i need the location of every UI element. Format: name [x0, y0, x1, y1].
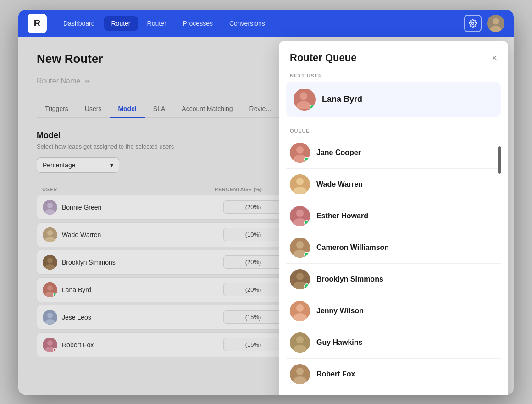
router-queue-modal: Router Queue × NEXT USER Lana Byrd QUEU [279, 41, 508, 395]
queue-user-name: Jane Cooper [316, 149, 361, 157]
svg-point-44 [296, 336, 304, 343]
user-avatar[interactable] [487, 15, 504, 32]
app-window: R Dashboard Router Router Processes Conv… [18, 10, 514, 395]
nav-conversions[interactable]: Conversions [222, 16, 272, 31]
queue-avatar [290, 206, 310, 226]
modal-title: Router Queue [290, 52, 356, 64]
nav-router-active[interactable]: Router [104, 16, 138, 31]
svg-point-29 [296, 178, 304, 185]
svg-point-26 [296, 146, 304, 154]
queue-avatar [290, 301, 310, 321]
nav-dashboard[interactable]: Dashboard [56, 16, 102, 31]
queue-item: Robert Fox [286, 359, 501, 390]
queue-avatar [290, 238, 310, 258]
modal-body: NEXT USER Lana Byrd QUEUE [279, 71, 508, 395]
next-user-card: Lana Byrd [286, 82, 501, 117]
modal-header: Router Queue × [279, 41, 508, 71]
queue-user-name: Esther Howard [316, 212, 368, 220]
svg-point-47 [296, 368, 304, 375]
queue-label: QUEUE [286, 126, 501, 135]
svg-point-0 [472, 22, 474, 24]
queue-avatar [290, 174, 310, 194]
navbar: R Dashboard Router Router Processes Conv… [18, 10, 514, 37]
queue-item: Jenny Wilson [286, 295, 501, 327]
nav-right [464, 15, 504, 32]
queue-user-name: Brooklyn Simmons [316, 275, 383, 283]
queue-avatar [290, 332, 310, 353]
queue-item: Jane Cooper [286, 137, 501, 169]
svg-point-32 [296, 210, 304, 217]
app-logo: R [28, 14, 47, 33]
scrollbar-thumb[interactable] [498, 146, 501, 174]
svg-point-41 [296, 304, 304, 312]
main-content: New Router Router Name ✏ Triggers Users … [18, 37, 514, 395]
queue-avatar [290, 269, 310, 289]
queue-user-name: Wade Warren [316, 180, 363, 188]
queue-item: Esther Howard [286, 200, 501, 232]
svg-point-2 [493, 18, 499, 24]
queue-avatar [290, 364, 310, 384]
next-user-label: NEXT USER [286, 71, 501, 80]
svg-point-38 [296, 273, 304, 280]
nav-processes[interactable]: Processes [176, 16, 220, 31]
queue-user-name: Cameron Williamson [316, 244, 389, 252]
modal-overlay: Router Queue × NEXT USER Lana Byrd QUEU [18, 37, 514, 395]
queue-item: Lana Byrd [286, 390, 501, 395]
svg-point-35 [296, 241, 304, 249]
svg-point-23 [300, 92, 308, 100]
nav-router-2[interactable]: Router [140, 16, 174, 31]
queue-user-name: Guy Hawkins [316, 338, 362, 347]
next-user-avatar [294, 89, 316, 111]
queue-list: Jane Cooper Wade Warren [286, 137, 501, 395]
queue-user-name: Jenny Wilson [316, 307, 364, 315]
settings-button[interactable] [464, 15, 482, 32]
next-user-name: Lana Byrd [322, 94, 362, 104]
close-button[interactable]: × [492, 53, 497, 62]
queue-avatar [290, 143, 310, 163]
queue-item: Cameron Williamson [286, 232, 501, 264]
queue-item: Guy Hawkins [286, 327, 501, 359]
queue-item: Wade Warren [286, 169, 501, 200]
nav-links: Dashboard Router Router Processes Conver… [56, 16, 464, 31]
queue-item: Brooklyn Simmons [286, 264, 501, 295]
queue-user-name: Robert Fox [316, 370, 355, 378]
